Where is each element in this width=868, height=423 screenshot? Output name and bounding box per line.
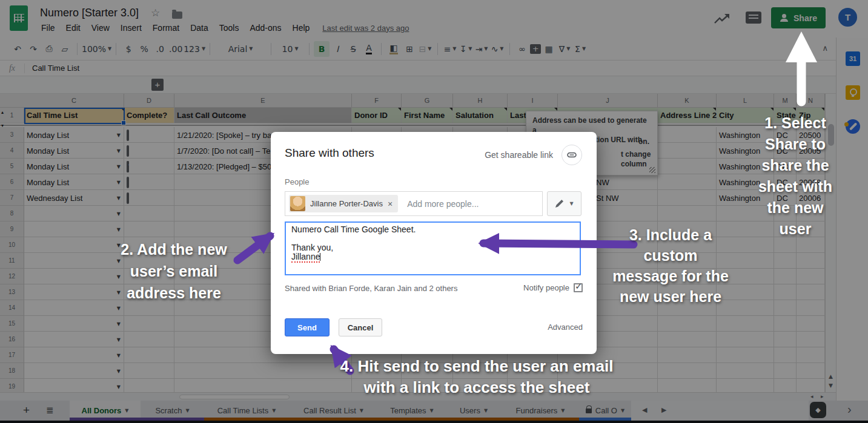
google-sheets-app: Numero [Starter 3.0] ☆ FileEditViewInser… bbox=[0, 0, 868, 423]
people-label: People bbox=[285, 177, 309, 186]
link-icon[interactable] bbox=[562, 145, 582, 165]
get-shareable-link[interactable]: Get shareable link bbox=[485, 150, 553, 160]
send-button[interactable]: Send bbox=[285, 318, 330, 336]
remove-recipient-icon[interactable]: × bbox=[388, 199, 393, 209]
add-people-placeholder[interactable]: Add more people... bbox=[407, 199, 479, 209]
cancel-button[interactable]: Cancel bbox=[339, 318, 382, 336]
notify-people-row: Notify people bbox=[523, 283, 583, 292]
message-line: Thank you, bbox=[291, 243, 574, 252]
people-input[interactable]: Jillanne Porter-Davis × Add more people.… bbox=[285, 191, 543, 216]
recipient-name: Jillanne Porter-Davis bbox=[310, 199, 383, 208]
message-line: Numero Call Time Google Sheet. bbox=[291, 225, 574, 234]
message-line bbox=[291, 234, 574, 243]
chevron-down-icon: ▼ bbox=[569, 201, 573, 206]
permission-dropdown[interactable]: ▼ bbox=[547, 191, 581, 216]
share-dialog: Share with others Get shareable link Peo… bbox=[271, 132, 597, 354]
recipient-chip[interactable]: Jillanne Porter-Davis × bbox=[289, 195, 398, 212]
shared-with-text: Shared with Brian Forde, Karan Jain and … bbox=[285, 284, 457, 293]
message-textarea[interactable]: Numero Call Time Google Sheet.Thank you,… bbox=[285, 221, 581, 275]
message-line: Jillanne bbox=[291, 252, 574, 261]
dialog-title: Share with others bbox=[285, 146, 374, 160]
pencil-icon bbox=[555, 199, 564, 208]
notify-people-label: Notify people bbox=[523, 283, 569, 292]
text-cursor bbox=[320, 253, 320, 261]
misspelled-word: Jillanne bbox=[291, 252, 320, 263]
notify-people-checkbox[interactable] bbox=[574, 283, 583, 292]
recipient-avatar bbox=[290, 196, 305, 211]
advanced-link[interactable]: Advanced bbox=[548, 323, 583, 332]
